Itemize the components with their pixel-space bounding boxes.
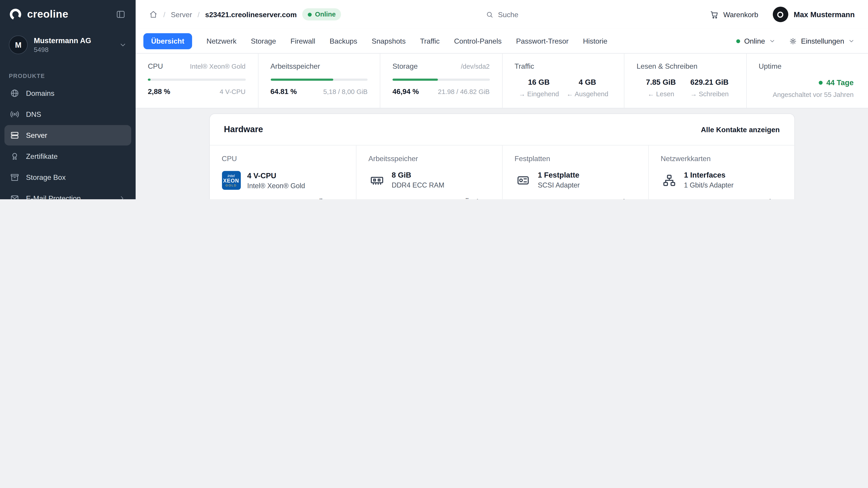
main-area: / Server / s23421.creolineserver.com Onl…	[135, 0, 868, 199]
panel-collapse-icon	[116, 9, 126, 20]
cpu-change-link[interactable]: Ändern	[222, 198, 344, 199]
hardware-network-sub: 1 Gbit/s Adapter	[684, 182, 734, 189]
hard-disk-icon	[515, 173, 531, 187]
hardware-disks: Festplatten 1 Festplatte SCSI Adapter Ve…	[502, 145, 648, 199]
sidebar-item-dns[interactable]: DNS	[4, 104, 131, 125]
gear-icon	[789, 37, 797, 45]
io-write: 629.21 GiB → Schreiben	[685, 78, 734, 98]
hardware-network-value: 1 Interfaces	[684, 171, 734, 180]
tab-storage[interactable]: Storage	[251, 33, 276, 49]
disks-manage-link[interactable]: Verwalten	[515, 197, 636, 199]
status-badge: Online	[302, 8, 341, 21]
brand-logo[interactable]: creoline	[9, 8, 68, 21]
storage-percent: 46,94 %	[393, 88, 419, 96]
brand-name: creoline	[27, 8, 68, 21]
tabbar: Übersicht Netzwerk Storage Firewall Back…	[135, 29, 868, 54]
hardware-memory: Arbeitsspeicher 8 GiB DDR4 ECC RAM Änder…	[355, 145, 502, 199]
power-status-label: Online	[744, 37, 765, 45]
arrow-right-icon: →	[690, 90, 697, 98]
hardware-disks-sub: SCSI Adapter	[538, 182, 580, 189]
stat-io: Lesen & Schreiben 7.85 GiB ← Lesen 629.2…	[624, 54, 746, 108]
io-read-value: 7.85 GiB	[637, 78, 685, 86]
tab-historie[interactable]: Historie	[583, 33, 608, 49]
sidebar-item-email-protection[interactable]: E-Mail Protection	[4, 188, 131, 199]
memory-usage: 5,18 / 8,00 GiB	[323, 88, 368, 96]
storage-usage: 21.98 / 46.82 GiB	[438, 88, 490, 96]
account-avatar: M	[9, 35, 28, 54]
power-status-dropdown[interactable]: Online	[737, 37, 776, 45]
breadcrumb-separator: /	[163, 10, 165, 19]
sidebar-item-domains[interactable]: Domains	[4, 83, 131, 103]
tab-passwort-tresor[interactable]: Passwort-Tresor	[516, 33, 568, 49]
tab-firewall[interactable]: Firewall	[290, 33, 315, 49]
hardware-network-label: Netzwerkkarten	[661, 154, 782, 163]
stat-uptime-title: Uptime	[758, 62, 781, 70]
tab-snapshots[interactable]: Snapshots	[372, 33, 405, 49]
sidebar-item-server[interactable]: Server	[4, 125, 131, 145]
sidebar-item-label: DNS	[26, 110, 41, 119]
user-menu[interactable]: Max Mustermann	[773, 6, 855, 22]
server-icon	[10, 131, 20, 140]
hardware-title: Hardware	[224, 125, 263, 134]
memory-percent: 64.81 %	[270, 88, 297, 96]
tabs: Übersicht Netzwerk Storage Firewall Back…	[143, 33, 608, 49]
status-badge-label: Online	[315, 11, 336, 18]
arrow-right-icon: →	[519, 90, 525, 98]
sidebar-item-zertifikate[interactable]: Zertifikate	[4, 146, 131, 167]
app: creoline M Mustermann AG 5498 PRODUKTE D…	[0, 0, 868, 199]
tab-control-panels[interactable]: Control-Panels	[454, 33, 502, 49]
power-online-dot-icon	[737, 39, 740, 43]
sidebar-item-storage-box[interactable]: Storage Box	[4, 167, 131, 188]
io-read-label: Lesen	[656, 90, 674, 98]
storage-progress-bar	[393, 78, 490, 81]
network-manage-link[interactable]: Verwalten	[661, 197, 782, 199]
tab-traffic[interactable]: Traffic	[420, 33, 440, 49]
search-input[interactable]: Suche	[485, 10, 519, 19]
sidebar-item-label: E-Mail Protection	[26, 194, 81, 199]
creoline-logo-icon	[9, 8, 22, 21]
uptime-value: 44 Tage	[827, 78, 854, 87]
sidebar-item-label: Storage Box	[26, 173, 66, 182]
stat-memory-title: Arbeitsspeicher	[270, 62, 320, 70]
home-icon[interactable]	[149, 10, 158, 19]
user-name: Max Mustermann	[794, 10, 855, 19]
io-write-value: 629.21 GiB	[685, 78, 734, 86]
hardware-memory-sub: DDR4 ECC RAM	[392, 182, 444, 189]
memory-change-link[interactable]: Ändern	[368, 197, 490, 199]
hardware-memory-label: Arbeitsspeicher	[368, 154, 490, 163]
account-switcher[interactable]: M Mustermann AG 5498	[0, 29, 135, 62]
network-card-icon	[661, 173, 677, 187]
chevron-down-icon	[848, 38, 855, 44]
search-icon	[485, 10, 494, 19]
stat-storage: Storage /dev/sda2 46,94 % 21.98 / 46.82 …	[380, 54, 502, 108]
account-initial: M	[15, 40, 22, 49]
intel-xeon-gold-badge-icon: intel XEON GOLD	[222, 171, 241, 190]
hardware-cpu-value: 4 V-CPU	[247, 171, 305, 180]
stat-storage-title: Storage	[393, 62, 418, 70]
settings-dropdown[interactable]: Einstellungen	[789, 37, 855, 45]
traffic-out-value: 4 GB	[563, 78, 612, 86]
sidebar-collapse-button[interactable]	[114, 7, 128, 22]
hardware-card: Hardware Alle Kontakte anzeigen CPU inte…	[209, 113, 795, 199]
tab-uebersicht[interactable]: Übersicht	[143, 33, 192, 49]
certificate-badge-icon	[10, 152, 20, 161]
cart-label: Warenkorb	[723, 10, 758, 19]
show-all-contacts-link[interactable]: Alle Kontakte anzeigen	[701, 125, 780, 134]
tab-netzwerk[interactable]: Netzwerk	[206, 33, 237, 49]
sidebar-section-produkte: PRODUKTE	[9, 72, 127, 79]
tab-backups[interactable]: Backups	[330, 33, 357, 49]
breadcrumb-hostname[interactable]: s23421.creolineserver.com	[205, 10, 297, 19]
settings-label: Einstellungen	[801, 37, 844, 45]
hardware-cpu-label: CPU	[222, 154, 344, 163]
io-write-label: Schreiben	[699, 90, 728, 98]
sidebar-item-label: Domains	[26, 89, 55, 97]
archive-box-icon	[10, 173, 20, 182]
cart-button[interactable]: Warenkorb	[710, 10, 758, 19]
account-number: 5498	[34, 46, 113, 53]
stat-cpu-title: CPU	[148, 62, 163, 70]
globe-icon	[10, 89, 20, 98]
memory-progress-bar	[270, 78, 368, 81]
page-content: Hardware Alle Kontakte anzeigen CPU inte…	[135, 108, 868, 199]
traffic-in-label: Eingehend	[527, 90, 559, 98]
breadcrumb-server[interactable]: Server	[171, 10, 192, 19]
